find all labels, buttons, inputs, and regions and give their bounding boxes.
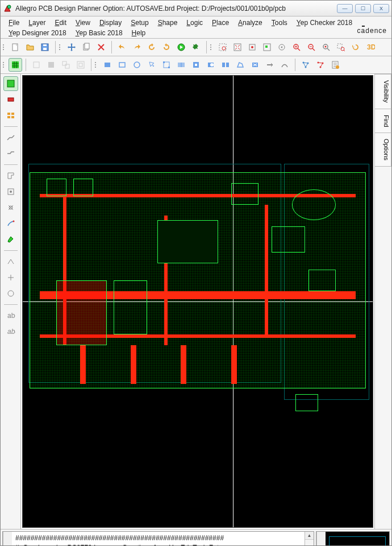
shape-edit-button[interactable] — [160, 58, 173, 72]
place-component-button[interactable] — [3, 92, 18, 107]
reports-button[interactable] — [328, 58, 342, 72]
menu-file[interactable]: File — [4, 18, 24, 28]
menu-layer[interactable]: Layer — [24, 18, 50, 28]
layer-button-4[interactable] — [74, 58, 87, 72]
shape-rect-button[interactable] — [101, 58, 114, 72]
menu-edit[interactable]: Edit — [50, 18, 71, 28]
toolbar-grip[interactable] — [95, 59, 98, 71]
new-button[interactable] — [9, 40, 22, 54]
menu-tools[interactable]: Tools — [267, 18, 292, 28]
console-output[interactable]: ########################################… — [12, 532, 305, 546]
menu-analyze[interactable]: Analyze — [233, 18, 267, 28]
connect-h-button[interactable] — [263, 58, 277, 72]
menu-logic[interactable]: Logic — [182, 18, 207, 28]
ratsnest-show-button[interactable] — [314, 58, 327, 72]
console-label: Commai — [3, 532, 12, 546]
svg-rect-24 — [34, 62, 39, 68]
menu-setup[interactable]: Setup — [126, 18, 153, 28]
menu-display[interactable]: Display — [95, 18, 126, 28]
zoom-out-button[interactable] — [305, 40, 318, 54]
view-3d-button[interactable]: 3D — [364, 40, 377, 54]
rotate-left-button[interactable] — [145, 40, 159, 54]
tab-find[interactable]: Find — [375, 109, 391, 133]
move-button[interactable] — [65, 40, 78, 54]
text-edit-button[interactable]: abc — [3, 324, 18, 339]
pin-button[interactable] — [189, 40, 203, 54]
shape-subtract-button[interactable] — [204, 58, 218, 72]
scroll-up-icon[interactable]: ▲ — [305, 532, 314, 540]
select-button[interactable] — [145, 58, 159, 72]
layer-button-3[interactable] — [59, 58, 73, 72]
delete-button[interactable] — [94, 40, 108, 54]
menu-yep-designer[interactable]: Yep Designer 2018 — [4, 28, 71, 38]
tab-options[interactable]: Options — [375, 133, 391, 167]
svg-text:abc: abc — [7, 328, 15, 336]
zoom-fit-button[interactable] — [231, 40, 244, 54]
shape-rect-outline-button[interactable] — [115, 58, 129, 72]
close-button[interactable]: X — [373, 4, 389, 13]
ratsnest-button[interactable] — [299, 58, 312, 72]
toolbar-grip[interactable] — [3, 59, 6, 71]
svg-rect-23 — [12, 61, 19, 68]
menu-place[interactable]: Place — [207, 18, 233, 28]
toolbar-grip[interactable] — [210, 41, 214, 53]
go-button[interactable] — [174, 40, 188, 54]
menu-shape[interactable]: Shape — [153, 18, 182, 28]
text-button[interactable]: abc — [3, 308, 18, 323]
main-area: abc abc — [1, 74, 391, 529]
quickplace-button[interactable] — [3, 108, 18, 123]
zoom-window-button[interactable] — [216, 40, 230, 54]
tool-7-button[interactable] — [3, 270, 18, 285]
zoom-center-button[interactable] — [319, 40, 333, 54]
shape-merge-button[interactable] — [174, 58, 188, 72]
redo-button[interactable] — [130, 40, 144, 54]
save-button[interactable] — [38, 40, 52, 54]
grid-toggle-button[interactable] — [9, 58, 22, 72]
svg-point-41 — [210, 63, 214, 67]
tab-visibility[interactable]: Visibility — [375, 74, 391, 109]
undo-button[interactable] — [115, 40, 129, 54]
worldview-canvas[interactable] — [326, 532, 389, 546]
tool-6-button[interactable] — [3, 254, 18, 269]
minimize-button[interactable]: — — [337, 4, 353, 13]
maximize-button[interactable]: ☐ — [355, 4, 371, 13]
svg-rect-42 — [222, 63, 225, 67]
toolbar-grip[interactable] — [3, 41, 6, 53]
menu-yep-basic[interactable]: Yep Basic 2018 — [71, 28, 127, 38]
shape-island-button[interactable] — [219, 58, 232, 72]
console-scrollbar[interactable]: ▲ ▼ — [305, 532, 314, 546]
shape-polygon-button[interactable] — [233, 58, 247, 72]
layer-button-2[interactable] — [44, 58, 58, 72]
menu-view[interactable]: View — [71, 18, 95, 28]
design-canvas[interactable] — [22, 75, 373, 528]
rotate-right-button[interactable] — [160, 40, 173, 54]
svg-rect-27 — [65, 64, 69, 68]
menubar: File Layer Edit View Display Setup Shape… — [1, 16, 391, 39]
route-slide-button[interactable] — [3, 146, 18, 161]
zoom-selection-button[interactable] — [260, 40, 274, 54]
copy-button[interactable] — [80, 40, 93, 54]
shape-circle-button[interactable] — [130, 58, 144, 72]
tool-4-button[interactable] — [3, 216, 18, 231]
route-connect-button[interactable] — [3, 130, 18, 145]
zoom-previous-button[interactable] — [275, 40, 289, 54]
svg-rect-4 — [43, 44, 47, 46]
menu-help[interactable]: Help — [127, 28, 151, 38]
toolbar-grip[interactable] — [59, 41, 62, 53]
zoom-region-button[interactable] — [334, 40, 348, 54]
zoom-extents-button[interactable] — [245, 40, 259, 54]
refresh-button[interactable] — [349, 40, 362, 54]
place-manual-button[interactable] — [3, 76, 18, 91]
connect-path-button[interactable] — [278, 58, 291, 72]
tool-3-button[interactable] — [3, 200, 18, 215]
tool-8-button[interactable] — [3, 286, 18, 301]
tool-1-button[interactable] — [3, 168, 18, 183]
menu-yep-checker[interactable]: Yep Checker 2018 — [292, 18, 357, 28]
tool-2-button[interactable] — [3, 184, 18, 199]
tool-5-button[interactable] — [3, 232, 18, 247]
open-button[interactable] — [23, 40, 37, 54]
shape-void-button[interactable] — [189, 58, 203, 72]
zoom-in-button[interactable] — [290, 40, 303, 54]
shape-delete-button[interactable] — [248, 58, 262, 72]
layer-button-1[interactable] — [30, 58, 43, 72]
